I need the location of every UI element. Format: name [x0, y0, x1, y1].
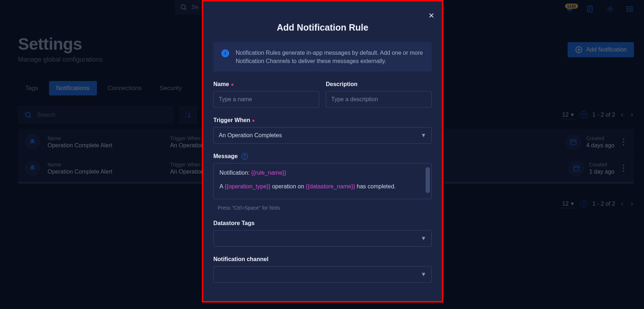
channel-field: Notification channel ▼: [213, 256, 432, 283]
channel-label: Notification channel: [213, 256, 432, 263]
msg-token-operation-type: {{operation_type}}: [225, 183, 270, 189]
tags-select[interactable]: ▼: [213, 230, 432, 247]
trigger-label: Trigger When: [213, 117, 432, 124]
chevron-down-icon: ▼: [421, 235, 426, 242]
trigger-value: An Operation Completes: [219, 132, 282, 139]
datastore-tags-field: Datastore Tags ▼: [213, 220, 432, 247]
name-input[interactable]: [213, 91, 319, 108]
name-label: Name: [213, 81, 319, 88]
description-label: Description: [326, 81, 432, 88]
msg-text: A: [219, 183, 225, 189]
info-icon: i: [221, 49, 229, 57]
msg-token-datastore-name: {{datastore_name}}: [306, 183, 355, 189]
channel-select[interactable]: ▼: [213, 266, 432, 283]
chevron-down-icon: ▼: [421, 132, 426, 139]
info-text: Notification Rules generate in-app messa…: [236, 49, 424, 65]
msg-text: Notification:: [219, 170, 251, 176]
help-icon[interactable]: ?: [241, 153, 248, 160]
name-field: Name: [213, 81, 319, 108]
add-notification-modal: Add Notification Rule i Notification Rul…: [202, 0, 443, 303]
msg-text: operation on: [270, 183, 306, 189]
description-field: Description: [326, 81, 432, 108]
info-banner: i Notification Rules generate in-app mes…: [213, 42, 432, 72]
trigger-select[interactable]: An Operation Completes ▼: [213, 127, 432, 144]
modal-title: Add Notification Rule: [213, 22, 432, 33]
tags-label: Datastore Tags: [213, 220, 432, 227]
message-editor[interactable]: Notification: {{rule_name}} A {{operatio…: [213, 163, 432, 199]
description-input[interactable]: [326, 91, 432, 108]
message-label: Message: [213, 153, 238, 160]
trigger-field: Trigger When An Operation Completes ▼: [213, 117, 432, 144]
close-button[interactable]: [428, 12, 435, 19]
editor-scrollbar[interactable]: [426, 167, 430, 193]
msg-token-rule-name: {{rule_name}}: [251, 170, 286, 176]
message-field: Message ? Notification: {{rule_name}} A …: [213, 153, 432, 211]
chevron-down-icon: ▼: [421, 271, 426, 278]
msg-text: has completed.: [355, 183, 396, 189]
message-hint: Press "Ctrl+Space" for hints: [218, 205, 432, 211]
